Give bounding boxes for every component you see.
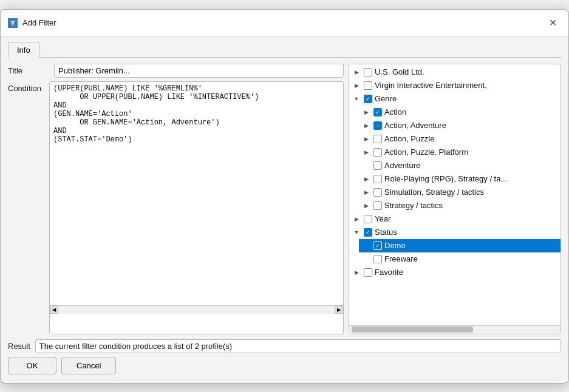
expand-icon[interactable]: ▶ xyxy=(361,134,371,144)
left-panel: Title Condition (UPPER(PUBL.NAME) LIKE '… xyxy=(8,64,344,334)
result-value: The current filter condition produces a … xyxy=(35,339,561,353)
list-item[interactable]: ▶ Action, Puzzle xyxy=(359,132,560,146)
svg-rect-1 xyxy=(11,21,15,22)
tree-hscroll[interactable] xyxy=(349,325,560,334)
svg-rect-2 xyxy=(12,22,14,24)
expand-icon[interactable]: ▶ xyxy=(361,188,371,197)
tree-checkbox[interactable]: ✓ xyxy=(364,95,372,103)
item-label: Genre xyxy=(375,94,397,103)
list-item[interactable]: Freeware xyxy=(359,252,560,266)
expand-icon[interactable]: ▶ xyxy=(352,214,361,224)
title-bar: Add Filter ✕ xyxy=(1,10,568,37)
item-label: Year xyxy=(375,214,390,223)
item-label: Virgin Interactive Entertainment, xyxy=(375,81,487,90)
item-label: Action, Adventure xyxy=(384,121,446,130)
condition-textarea[interactable]: (UPPER(PUBL.NAME) LIKE '%GREMLIN%' OR UP… xyxy=(50,82,343,303)
tree-checkbox[interactable] xyxy=(364,81,372,90)
tree-checkbox[interactable] xyxy=(373,201,382,210)
result-label: Result xyxy=(8,342,30,351)
hscroll-track xyxy=(58,306,335,313)
list-item[interactable]: ▶ Strategy / tactics xyxy=(359,199,560,212)
expand-icon[interactable]: ▶ xyxy=(352,67,361,77)
item-label: Role-Playing (RPG), Strategy / ta... xyxy=(384,174,507,183)
tab-bar: Info xyxy=(8,42,561,58)
list-item[interactable]: ▶ ✓ Action xyxy=(359,106,560,119)
expand-icon[interactable]: ▶ xyxy=(361,174,371,184)
item-label: Action, Puzzle xyxy=(384,134,434,143)
item-label: Action xyxy=(384,107,406,117)
tree-checkbox[interactable] xyxy=(373,188,382,197)
item-label: Demo xyxy=(384,241,406,250)
item-label: Action, Puzzle, Platform xyxy=(384,147,468,157)
tree-checkbox[interactable] xyxy=(373,148,382,157)
condition-hscroll[interactable]: ◀ ▶ xyxy=(50,305,343,314)
item-label: Strategy / tactics xyxy=(384,201,443,210)
expand-icon[interactable]: ▶ xyxy=(352,268,361,277)
item-label: U.S. Gold Ltd. xyxy=(375,67,424,76)
content-area: Title Condition (UPPER(PUBL.NAME) LIKE '… xyxy=(8,64,561,334)
expand-icon[interactable]: ▶ xyxy=(352,81,361,90)
tree-checkbox[interactable]: ✓ xyxy=(364,228,372,237)
condition-wrapper: (UPPER(PUBL.NAME) LIKE '%GREMLIN%' OR UP… xyxy=(49,81,344,334)
dialog-body: Info Title Condition (UPPER(PUBL.NAME) L… xyxy=(1,37,568,383)
tree-checkbox[interactable] xyxy=(364,68,372,76)
list-item[interactable]: ▶ Favorite xyxy=(349,266,560,279)
tree-checkbox[interactable] xyxy=(373,135,382,143)
expand-icon[interactable]: ▶ xyxy=(361,201,371,211)
close-button[interactable]: ✕ xyxy=(544,15,561,32)
svg-rect-3 xyxy=(12,24,13,25)
list-item[interactable]: ▶ U.S. Gold Ltd. xyxy=(349,66,560,79)
item-label: Adventure xyxy=(384,161,420,170)
scroll-right-btn[interactable]: ▶ xyxy=(335,305,343,314)
tree-hscroll-thumb[interactable] xyxy=(352,326,473,333)
list-item[interactable]: Adventure xyxy=(359,159,560,172)
filter-tree[interactable]: ▶ U.S. Gold Ltd. ▶ Virgin Interactive En… xyxy=(349,64,560,325)
list-item[interactable]: ✓ Demo xyxy=(359,239,560,252)
tree-checkbox[interactable] xyxy=(373,175,382,183)
filter-icon xyxy=(8,18,18,28)
tree-checkbox[interactable] xyxy=(373,161,382,170)
list-item[interactable]: ▶ Role-Playing (RPG), Strategy / ta... xyxy=(359,172,560,186)
item-label: Simulation, Strategy / tactics xyxy=(384,188,484,197)
button-row: OK Cancel xyxy=(8,357,561,377)
dialog-title: Add Filter xyxy=(22,18,56,27)
list-item[interactable]: ▶ − Action, Adventure xyxy=(359,119,560,132)
add-filter-dialog: Add Filter ✕ Info Title Condition ( xyxy=(0,9,569,384)
list-item[interactable]: ▶ Action, Puzzle, Platform xyxy=(359,146,560,159)
condition-label: Condition xyxy=(8,81,49,334)
expand-icon[interactable]: ▶ xyxy=(361,107,371,117)
tree-checkbox[interactable] xyxy=(364,215,372,223)
list-item[interactable]: ▶ Virgin Interactive Entertainment, xyxy=(349,79,560,92)
expand-icon[interactable]: ▶ xyxy=(361,147,371,157)
list-item[interactable]: ▼ ✓ Genre xyxy=(349,92,560,106)
expand-icon[interactable]: ▼ xyxy=(352,94,361,104)
title-row: Title xyxy=(8,64,344,78)
tree-checkbox[interactable] xyxy=(364,268,372,277)
expand-icon[interactable]: ▶ xyxy=(361,121,371,130)
title-input[interactable] xyxy=(54,64,344,78)
filter-tree-panel: ▶ U.S. Gold Ltd. ▶ Virgin Interactive En… xyxy=(349,64,561,334)
result-row: Result The current filter condition prod… xyxy=(8,339,561,353)
tree-checkbox[interactable]: − xyxy=(373,121,382,130)
condition-area: Condition (UPPER(PUBL.NAME) LIKE '%GREML… xyxy=(8,81,344,334)
list-item[interactable]: ▶ Simulation, Strategy / tactics xyxy=(359,186,560,199)
item-label: Freeware xyxy=(384,254,418,263)
expand-icon[interactable]: ▼ xyxy=(352,228,361,237)
tree-checkbox[interactable]: ✓ xyxy=(373,242,382,250)
title-label: Title xyxy=(8,66,49,75)
list-item[interactable]: ▶ Year xyxy=(349,212,560,226)
tree-checkbox[interactable] xyxy=(373,255,382,263)
tree-checkbox[interactable]: ✓ xyxy=(373,108,382,117)
title-bar-left: Add Filter xyxy=(8,18,56,28)
item-label: Status xyxy=(375,228,397,237)
scroll-left-btn[interactable]: ◀ xyxy=(50,305,58,314)
item-label: Favorite xyxy=(375,268,403,277)
tab-info[interactable]: Info xyxy=(8,42,39,58)
list-item[interactable]: ▼ ✓ Status xyxy=(349,226,560,239)
ok-button[interactable]: OK xyxy=(8,357,56,374)
cancel-button[interactable]: Cancel xyxy=(61,357,116,374)
